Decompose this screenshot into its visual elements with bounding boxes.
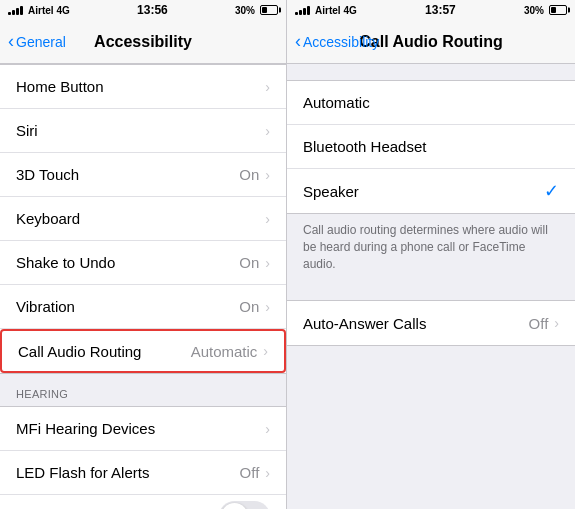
table-view-right: Automatic Bluetooth Headset Speaker ✓ Ca…	[287, 64, 575, 509]
routing-option-speaker[interactable]: Speaker ✓	[287, 169, 575, 213]
auto-answer-label: Auto-Answer Calls	[303, 315, 529, 332]
mono-audio-toggle[interactable]	[219, 501, 270, 509]
chevron-right-icon: ›	[265, 421, 270, 437]
nav-bar-left: ‹ General Accessibility	[0, 20, 286, 64]
option-label: Bluetooth Headset	[303, 138, 559, 155]
row-value: On	[239, 298, 259, 315]
row-value: Off	[240, 464, 260, 481]
back-chevron-right: ‹	[295, 31, 301, 52]
table-row[interactable]: 3D Touch On ›	[0, 153, 286, 197]
routing-options-group: Automatic Bluetooth Headset Speaker ✓	[287, 80, 575, 214]
row-value: Automatic	[191, 343, 258, 360]
carrier-right: Airtel	[315, 5, 341, 16]
carrier-info-left: Airtel 4G	[8, 5, 70, 16]
chevron-right-icon: ›	[265, 465, 270, 481]
main-settings-group: Home Button › Siri › 3D Touch On › Keybo…	[0, 64, 286, 374]
chevron-right-icon: ›	[263, 343, 268, 359]
table-row: Mono Audio	[0, 495, 286, 509]
chevron-right-icon: ›	[265, 123, 270, 139]
table-view-left: Home Button › Siri › 3D Touch On › Keybo…	[0, 64, 286, 509]
back-button-right[interactable]: ‹ Accessibility	[295, 31, 379, 52]
table-row[interactable]: LED Flash for Alerts Off ›	[0, 451, 286, 495]
right-status-right: 30%	[524, 5, 567, 16]
back-label-left: General	[16, 34, 66, 50]
status-bar-right: Airtel 4G 13:57 30%	[287, 0, 575, 20]
battery-percent-right: 30%	[524, 5, 544, 16]
row-label: Vibration	[16, 298, 239, 315]
time-right: 13:57	[425, 3, 456, 17]
battery-icon-left	[260, 5, 278, 15]
hearing-section-header: HEARING	[0, 374, 286, 406]
back-chevron-left: ‹	[8, 31, 14, 52]
battery-percent-left: 30%	[235, 5, 255, 16]
status-bar-left: Airtel 4G 13:56 30%	[0, 0, 286, 20]
back-button-left[interactable]: ‹ General	[8, 31, 66, 52]
auto-answer-row[interactable]: Auto-Answer Calls Off ›	[287, 301, 575, 345]
call-audio-routing-row[interactable]: Call Audio Routing Automatic ›	[0, 329, 286, 373]
chevron-right-icon: ›	[265, 167, 270, 183]
toggle-knob	[221, 503, 248, 509]
chevron-right-icon: ›	[265, 211, 270, 227]
left-panel: Airtel 4G 13:56 30% ‹ General Accessibil…	[0, 0, 287, 509]
signal-icon-right	[295, 6, 310, 15]
table-row[interactable]: Shake to Undo On ›	[0, 241, 286, 285]
hearing-group: MFi Hearing Devices › LED Flash for Aler…	[0, 406, 286, 509]
battery-icon-right	[549, 5, 567, 15]
routing-option-bluetooth[interactable]: Bluetooth Headset	[287, 125, 575, 169]
row-label: MFi Hearing Devices	[16, 420, 265, 437]
row-label: Shake to Undo	[16, 254, 239, 271]
chevron-right-icon: ›	[265, 255, 270, 271]
table-row[interactable]: Home Button ›	[0, 65, 286, 109]
back-label-right: Accessibility	[303, 34, 379, 50]
row-label: LED Flash for Alerts	[16, 464, 240, 481]
network-right: 4G	[344, 5, 357, 16]
chevron-right-icon: ›	[265, 79, 270, 95]
carrier-info-right: Airtel 4G	[295, 5, 357, 16]
table-row[interactable]: Keyboard ›	[0, 197, 286, 241]
row-label: Home Button	[16, 78, 265, 95]
routing-option-automatic[interactable]: Automatic	[287, 81, 575, 125]
right-panel: Airtel 4G 13:57 30% ‹ Accessibility Call…	[287, 0, 575, 509]
right-status-left: 30%	[235, 5, 278, 16]
row-label: Siri	[16, 122, 265, 139]
chevron-right-icon: ›	[554, 315, 559, 331]
time-left: 13:56	[137, 3, 168, 17]
row-label: Keyboard	[16, 210, 265, 227]
table-row[interactable]: MFi Hearing Devices ›	[0, 407, 286, 451]
signal-icon-left	[8, 6, 23, 15]
selected-checkmark: ✓	[544, 180, 559, 202]
option-label: Automatic	[303, 94, 559, 111]
network-left: 4G	[57, 5, 70, 16]
routing-description: Call audio routing determines where audi…	[287, 214, 575, 284]
row-value: On	[239, 166, 259, 183]
row-value: On	[239, 254, 259, 271]
nav-title-right: Call Audio Routing	[359, 33, 502, 51]
option-label: Speaker	[303, 183, 544, 200]
nav-bar-right: ‹ Accessibility Call Audio Routing	[287, 20, 575, 64]
nav-title-left: Accessibility	[94, 33, 192, 51]
table-row[interactable]: Vibration On ›	[0, 285, 286, 329]
row-label: 3D Touch	[16, 166, 239, 183]
carrier-left: Airtel	[28, 5, 54, 16]
auto-answer-value: Off	[529, 315, 549, 332]
chevron-right-icon: ›	[265, 299, 270, 315]
auto-answer-group: Auto-Answer Calls Off ›	[287, 300, 575, 346]
row-label: Call Audio Routing	[18, 343, 191, 360]
table-row[interactable]: Siri ›	[0, 109, 286, 153]
